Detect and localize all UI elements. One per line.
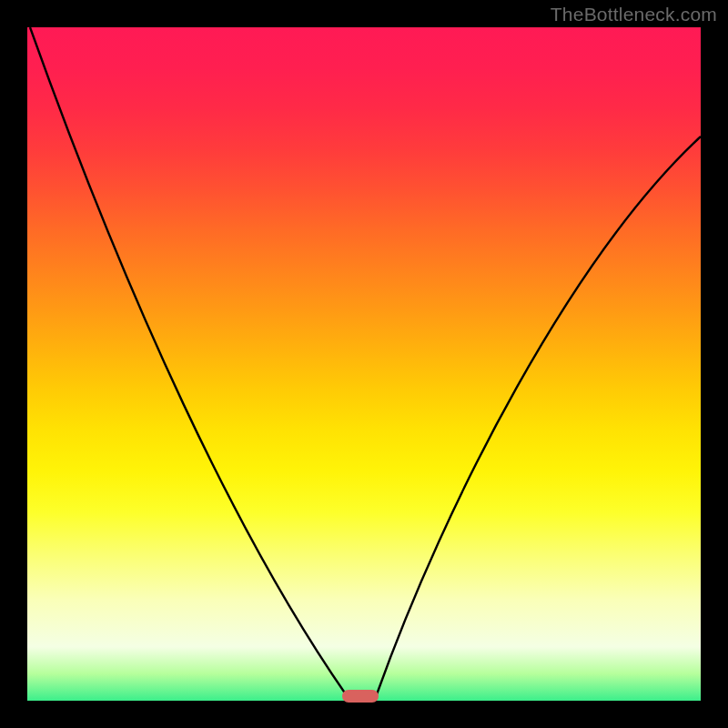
chart-frame: TheBottleneck.com [0,0,728,728]
curve-left [30,27,346,694]
watermark-text: TheBottleneck.com [551,4,717,25]
curves-svg [27,27,701,701]
curve-right [377,136,701,694]
optimum-marker [342,690,379,703]
plot-area [27,27,701,701]
